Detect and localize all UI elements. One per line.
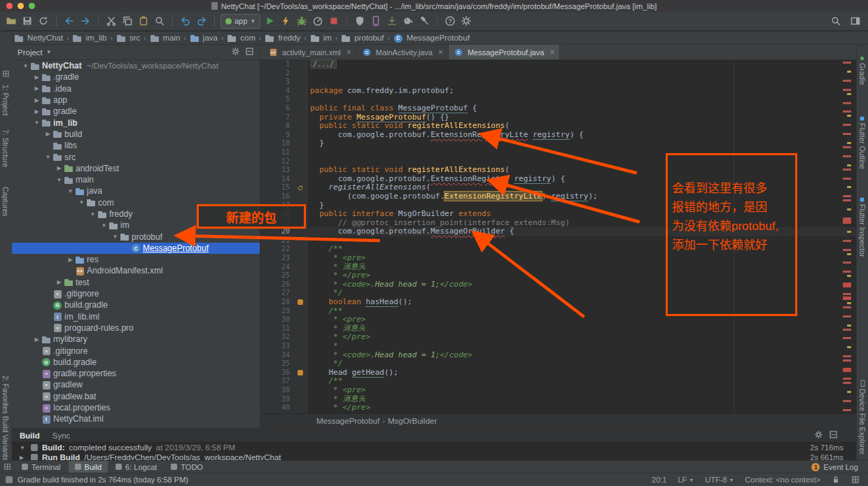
tool-button-project[interactable]: 1: Project [1, 85, 10, 115]
expanded-arrow-icon[interactable]: ▼ [111, 234, 120, 240]
toolwindow-switcher-icon[interactable] [2, 68, 10, 80]
build-settings-icon[interactable] [814, 429, 823, 442]
tree-item-build-gradle[interactable]: Gbuild.gradle [12, 299, 260, 310]
breadcrumb-item[interactable]: java [190, 34, 218, 43]
editor-tab-activity-main-xml[interactable]: <>activity_main.xml× [263, 45, 357, 59]
tree-item-test[interactable]: ▶test [12, 277, 260, 288]
collapsed-arrow-icon[interactable]: ▶ [32, 336, 41, 343]
editor-tab-messageprotobuf-java[interactable]: CMessageProtobuf.java× [449, 45, 560, 59]
toolwindow-button-todo[interactable]: TODO [164, 461, 209, 473]
tree-item-protobuf[interactable]: ▼protobuf [12, 231, 260, 242]
tree-item-build[interactable]: ▶build [12, 129, 260, 140]
hide-panel-icon[interactable] [829, 429, 838, 442]
breadcrumb-item[interactable]: protobuf [341, 34, 384, 43]
breadcrumb-item[interactable]: freddy [265, 34, 300, 43]
expanded-arrow-icon[interactable]: ▼ [21, 63, 30, 69]
back-icon[interactable] [62, 14, 76, 28]
find-icon[interactable] [153, 14, 167, 28]
toolwindow-switcher-icon[interactable] [4, 463, 11, 471]
tree-item-nettychat-iml[interactable]: iNettyChat.iml [12, 413, 260, 424]
tree-item-nettychat[interactable]: ▼NettyChat~/DevTools/as_workspace/NettyC… [12, 60, 260, 71]
debug-icon[interactable] [295, 14, 309, 28]
editor-breadcrumb-item[interactable]: MessageProtobuf [316, 417, 379, 425]
gutter-marker-icon[interactable] [294, 299, 307, 305]
collapse-all-icon[interactable] [245, 47, 254, 57]
build-output-row[interactable]: ▼Build:completed successfullyat 2019/3/2… [12, 443, 856, 452]
search-everywhere-icon[interactable] [829, 14, 843, 28]
collapsed-arrow-icon[interactable]: ▶ [32, 97, 41, 103]
tool-button-device-file-explorer[interactable]: Device File Explorer [858, 389, 867, 455]
forward-icon[interactable] [78, 14, 92, 28]
close-tab-icon[interactable]: × [346, 48, 351, 57]
expanded-arrow-icon[interactable]: ▼ [66, 188, 75, 194]
recursive-call-gutter-icon[interactable] [294, 185, 307, 192]
breadcrumb-item[interactable]: src [116, 34, 140, 43]
sync-icon[interactable] [36, 14, 50, 28]
expanded-arrow-icon[interactable]: ▼ [99, 222, 108, 229]
minimize-window-button[interactable] [18, 3, 24, 9]
tree-item-im-lib[interactable]: ▼im_lib [12, 117, 260, 128]
help-icon[interactable]: ? [443, 14, 457, 28]
breadcrumb-item[interactable]: main [150, 34, 181, 43]
tree-item-freddy[interactable]: ▼freddy [12, 208, 260, 220]
project-panel-header[interactable]: Project ▼ [12, 45, 260, 60]
collapsed-arrow-icon[interactable]: ▶ [43, 131, 52, 137]
tree-item-com[interactable]: ▼com [12, 197, 260, 208]
stop-icon[interactable] [327, 14, 341, 28]
collapsed-arrow-icon[interactable]: ▶ [20, 455, 27, 461]
collapsed-arrow-icon[interactable]: ▶ [32, 85, 41, 92]
run-icon[interactable] [262, 14, 276, 28]
caret-position[interactable]: 20:1 [652, 476, 666, 484]
breadcrumb-item[interactable]: im_lib [72, 34, 106, 43]
tool-button-structure[interactable]: 7: Structure [1, 129, 10, 167]
tree-item-build-gradle[interactable]: Gbuild.gradle [12, 357, 260, 368]
collapsed-arrow-icon[interactable]: ▶ [32, 108, 41, 115]
tree-item-gradle-properties[interactable]: ≡gradle.properties [12, 368, 260, 379]
cut-icon[interactable] [104, 14, 118, 28]
redo-icon[interactable] [195, 14, 209, 28]
build-icon[interactable] [417, 14, 431, 28]
coverage-icon[interactable] [353, 14, 367, 28]
breadcrumb-item[interactable]: im [310, 34, 332, 43]
tool-button-build-variants[interactable]: Build Variants [1, 416, 10, 461]
editor-tab-mainactivity-java[interactable]: CMainActivity.java× [357, 45, 449, 59]
zoom-window-button[interactable] [29, 3, 35, 9]
tree-item-app[interactable]: ▶app [12, 94, 260, 106]
undo-icon[interactable] [178, 14, 192, 28]
context-indicator[interactable]: Context: <no context> [745, 476, 820, 484]
sdk-manager-icon[interactable] [385, 14, 399, 28]
avd-manager-icon[interactable] [369, 14, 383, 28]
run-config-select[interactable]: app▼ [220, 14, 260, 29]
tree-item--gitignore[interactable]: ≡.gitignore [12, 288, 260, 299]
tree-item-gradlew[interactable]: ≡gradlew [12, 379, 260, 390]
tool-button-captures[interactable]: Captures [1, 187, 10, 217]
tree-item-androidtest[interactable]: ▶androidTest [12, 163, 260, 174]
settings-icon[interactable] [459, 14, 473, 28]
tool-button-gradle[interactable]: Gradle [858, 63, 867, 85]
gutter-marker-icon[interactable] [294, 370, 307, 376]
tree-item-local-properties[interactable]: ≡local.properties [12, 402, 260, 413]
expanded-arrow-icon[interactable]: ▼ [55, 177, 64, 183]
tree-item-im[interactable]: ▼im [12, 220, 260, 231]
code-editor[interactable]: 1/.../234package com.freddy.im.protobuf;… [260, 59, 856, 414]
build-output-row[interactable]: ▶Run Build/Users/FreddyChen/DevTools/as_… [12, 452, 856, 460]
tree-item-libs[interactable]: libs [12, 140, 260, 151]
tree-item--gradle[interactable]: ▶.gradle [12, 71, 260, 83]
save-all-icon[interactable] [20, 14, 34, 28]
toolwindow-button-6-logcat[interactable]: 6: Logcat [109, 461, 163, 473]
paste-icon[interactable] [136, 14, 150, 28]
collapsed-arrow-icon[interactable]: ▶ [32, 74, 41, 80]
readonly-lock-icon[interactable] [832, 476, 840, 484]
tool-button-flutter-outline[interactable]: Flutter Outline [858, 123, 867, 169]
error-stripe-scrollbar[interactable] [842, 60, 852, 414]
apply-changes-icon[interactable] [279, 14, 293, 28]
tree-item-gradlew-bat[interactable]: ≡gradlew.bat [12, 391, 260, 402]
tree-item-main[interactable]: ▼main [12, 174, 260, 185]
expanded-arrow-icon[interactable]: ▼ [32, 120, 41, 126]
tree-item-src[interactable]: ▼src [12, 151, 260, 162]
tree-item-messageprotobuf[interactable]: CMessageProtobuf [12, 243, 260, 254]
gear-icon[interactable] [231, 47, 240, 57]
tree-item-mylibrary[interactable]: ▶mylibrary [12, 334, 260, 345]
collapsed-arrow-icon[interactable]: ▶ [55, 279, 64, 285]
open-icon[interactable] [4, 14, 18, 28]
